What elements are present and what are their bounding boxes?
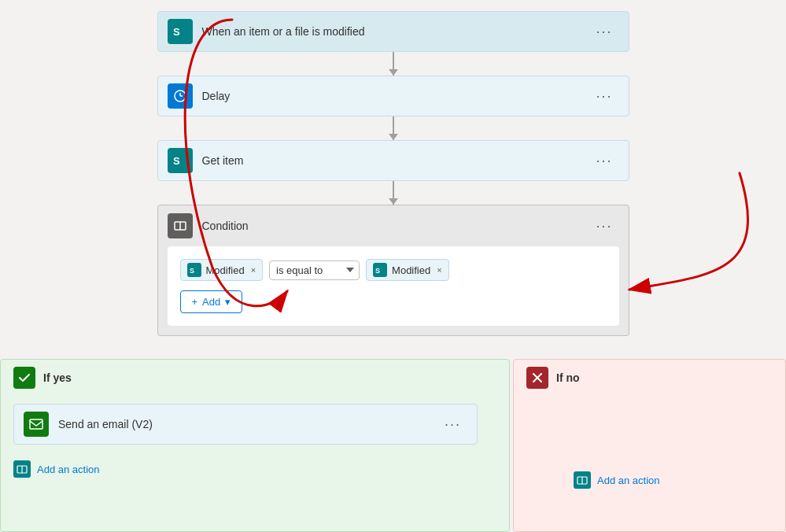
email-step-label: Send an email (V2) (58, 418, 438, 430)
condition-header: Condition ··· (158, 205, 629, 246)
get-item-label: Get item (202, 154, 590, 167)
right-chip-label: Modified (392, 264, 430, 276)
left-chip-close[interactable]: × (251, 265, 256, 275)
delay-label: Delay (202, 90, 590, 102)
condition-icon (168, 213, 193, 238)
if-no-add-action-icon (574, 471, 591, 489)
if-yes-panel: If yes Send an email (V2) ··· (0, 359, 510, 532)
connector-3 (393, 181, 394, 205)
bottom-split: If yes Send an email (V2) ··· (0, 359, 786, 532)
right-chip-close[interactable]: × (437, 265, 441, 275)
if-yes-icon (13, 367, 35, 389)
if-no-header: If no (514, 360, 785, 396)
if-yes-add-action-button[interactable]: Add an action (13, 456, 100, 482)
top-flow: S When an item or a file is modified ···… (0, 0, 786, 336)
if-no-add-action-label: Add an action (597, 475, 660, 486)
get-item-more-button[interactable]: ··· (589, 150, 618, 172)
condition-row: S Modified × is equal to is not equal to… (180, 259, 607, 281)
get-item-icon: S (168, 148, 193, 173)
trigger-step: S When an item or a file is modified ··· (157, 11, 629, 52)
condition-body: S Modified × is equal to is not equal to… (168, 246, 619, 326)
if-yes-body: Send an email (V2) ··· Add an action (1, 396, 509, 490)
if-yes-add-action-icon (13, 460, 31, 478)
condition-left-chip[interactable]: S Modified × (180, 259, 264, 281)
if-no-body: Add an action (514, 396, 785, 501)
condition-more-button[interactable]: ··· (589, 215, 618, 238)
chevron-down-icon: ▾ (225, 296, 231, 308)
svg-text:S: S (173, 155, 180, 167)
delay-more-button[interactable]: ··· (589, 85, 618, 108)
svg-text:S: S (173, 26, 180, 38)
trigger-more-button[interactable]: ··· (589, 20, 618, 43)
if-no-panel: If no Add an action (513, 359, 786, 532)
email-more-button[interactable]: ··· (438, 413, 467, 436)
condition-operator-select[interactable]: is equal to is not equal to contains (269, 260, 360, 280)
svg-text:S: S (375, 267, 380, 275)
delay-step: Delay ··· (157, 76, 629, 116)
condition-right-chip[interactable]: S Modified × (366, 259, 449, 281)
svg-rect-9 (30, 419, 42, 429)
delay-icon (168, 83, 193, 109)
if-yes-label: If yes (43, 371, 72, 384)
svg-text:S: S (190, 267, 194, 275)
flow-canvas: S When an item or a file is modified ···… (0, 0, 786, 532)
condition-label: Condition (202, 220, 590, 232)
left-chip-label: Modified (206, 264, 245, 276)
plus-icon: + (192, 296, 198, 308)
if-yes-header: If yes (1, 360, 509, 396)
if-no-icon (526, 367, 548, 389)
connector-2 (393, 116, 394, 140)
left-chip-icon: S (187, 263, 201, 277)
add-label: Add (202, 296, 220, 308)
if-no-label: If no (556, 371, 580, 384)
if-yes-add-action-label: Add an action (37, 464, 100, 475)
trigger-label: When an item or a file is modified (202, 25, 590, 38)
if-no-add-action-button[interactable]: Add an action (574, 467, 660, 493)
email-step: Send an email (V2) ··· (13, 404, 478, 445)
condition-add-button[interactable]: + Add ▾ (180, 290, 243, 313)
trigger-icon: S (168, 19, 193, 44)
get-item-step: S Get item ··· (157, 140, 629, 181)
connector-1 (393, 52, 394, 76)
email-icon (24, 412, 49, 437)
right-chip-icon: S (373, 263, 387, 277)
condition-block: Condition ··· S Modified × is equal t (157, 205, 629, 336)
